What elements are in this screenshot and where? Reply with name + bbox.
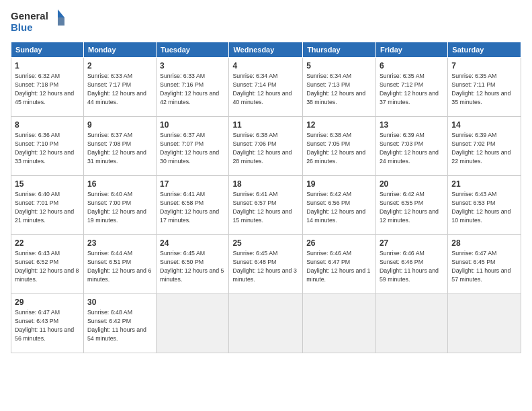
day-number: 30 <box>87 297 152 308</box>
day-number: 23 <box>87 238 152 248</box>
day-info: Sunrise: 6:46 AMSunset: 6:47 PMDaylight:… <box>306 250 370 283</box>
day-number: 1 <box>15 60 80 71</box>
calendar-cell <box>303 294 376 353</box>
calendar-cell: 27 Sunrise: 6:46 AMSunset: 6:46 PMDaylig… <box>375 235 447 294</box>
calendar-week-1: 1 Sunrise: 6:32 AMSunset: 7:18 PMDayligh… <box>11 58 521 117</box>
calendar-cell: 7 Sunrise: 6:35 AMSunset: 7:11 PMDayligh… <box>448 58 521 117</box>
day-number: 18 <box>232 179 299 189</box>
day-number: 16 <box>87 179 152 189</box>
day-info: Sunrise: 6:41 AMSunset: 6:58 PMDaylight:… <box>160 191 219 224</box>
day-info: Sunrise: 6:43 AMSunset: 6:53 PMDaylight:… <box>451 191 511 224</box>
day-header-tuesday: Tuesday <box>157 42 229 58</box>
calendar-cell: 9 Sunrise: 6:37 AMSunset: 7:08 PMDayligh… <box>83 117 156 176</box>
day-number: 27 <box>380 238 444 248</box>
day-info: Sunrise: 6:43 AMSunset: 6:52 PMDaylight:… <box>15 250 79 283</box>
page: General Blue SundayMondayTuesdayWednesda… <box>0 0 532 411</box>
day-info: Sunrise: 6:45 AMSunset: 6:50 PMDaylight:… <box>160 250 224 283</box>
day-info: Sunrise: 6:40 AMSunset: 7:01 PMDaylight:… <box>15 191 74 224</box>
calendar-cell: 25 Sunrise: 6:45 AMSunset: 6:48 PMDaylig… <box>229 235 303 294</box>
calendar-cell <box>448 294 521 353</box>
day-number: 15 <box>15 179 80 189</box>
calendar-table: SundayMondayTuesdayWednesdayThursdayFrid… <box>11 42 521 353</box>
day-number: 17 <box>160 179 225 189</box>
day-header-friday: Friday <box>375 42 447 58</box>
day-info: Sunrise: 6:46 AMSunset: 6:46 PMDaylight:… <box>380 250 439 283</box>
day-info: Sunrise: 6:33 AMSunset: 7:16 PMDaylight:… <box>160 73 219 105</box>
day-number: 12 <box>306 120 372 130</box>
day-number: 2 <box>87 60 152 71</box>
day-info: Sunrise: 6:42 AMSunset: 6:56 PMDaylight:… <box>306 191 365 224</box>
day-number: 4 <box>232 60 299 71</box>
day-header-wednesday: Wednesday <box>229 42 303 58</box>
day-info: Sunrise: 6:34 AMSunset: 7:14 PMDaylight:… <box>232 73 292 105</box>
calendar-cell: 23 Sunrise: 6:44 AMSunset: 6:51 PMDaylig… <box>83 235 156 294</box>
day-header-sunday: Sunday <box>11 42 84 58</box>
day-number: 21 <box>451 179 517 189</box>
day-number: 24 <box>160 238 225 248</box>
day-number: 10 <box>160 120 225 130</box>
day-info: Sunrise: 6:35 AMSunset: 7:11 PMDaylight:… <box>451 73 511 105</box>
calendar-cell: 17 Sunrise: 6:41 AMSunset: 6:58 PMDaylig… <box>157 176 229 235</box>
day-header-thursday: Thursday <box>303 42 376 58</box>
calendar-cell: 5 Sunrise: 6:34 AMSunset: 7:13 PMDayligh… <box>303 58 376 117</box>
calendar-cell: 30 Sunrise: 6:48 AMSunset: 6:42 PMDaylig… <box>83 294 156 353</box>
calendar-cell: 15 Sunrise: 6:40 AMSunset: 7:01 PMDaylig… <box>11 176 84 235</box>
day-number: 28 <box>451 238 517 248</box>
day-info: Sunrise: 6:45 AMSunset: 6:48 PMDaylight:… <box>232 250 296 283</box>
svg-marker-2 <box>58 9 64 17</box>
day-header-monday: Monday <box>83 42 156 58</box>
day-number: 25 <box>232 238 299 248</box>
calendar-cell: 28 Sunrise: 6:47 AMSunset: 6:45 PMDaylig… <box>448 235 521 294</box>
day-number: 13 <box>380 120 444 130</box>
day-number: 14 <box>451 120 517 130</box>
day-info: Sunrise: 6:38 AMSunset: 7:06 PMDaylight:… <box>232 132 292 165</box>
calendar-cell: 1 Sunrise: 6:32 AMSunset: 7:18 PMDayligh… <box>11 58 84 117</box>
day-info: Sunrise: 6:41 AMSunset: 6:57 PMDaylight:… <box>232 191 292 224</box>
header: General Blue <box>11 8 521 36</box>
day-info: Sunrise: 6:37 AMSunset: 7:07 PMDaylight:… <box>160 132 219 165</box>
day-info: Sunrise: 6:37 AMSunset: 7:08 PMDaylight:… <box>87 132 146 165</box>
day-info: Sunrise: 6:36 AMSunset: 7:10 PMDaylight:… <box>15 132 74 165</box>
day-info: Sunrise: 6:47 AMSunset: 6:45 PMDaylight:… <box>451 250 511 283</box>
calendar-week-4: 22 Sunrise: 6:43 AMSunset: 6:52 PMDaylig… <box>11 235 521 294</box>
calendar-week-5: 29 Sunrise: 6:47 AMSunset: 6:43 PMDaylig… <box>11 294 521 353</box>
day-header-saturday: Saturday <box>448 42 521 58</box>
day-number: 6 <box>380 60 444 71</box>
day-info: Sunrise: 6:47 AMSunset: 6:43 PMDaylight:… <box>15 309 74 342</box>
day-info: Sunrise: 6:39 AMSunset: 7:03 PMDaylight:… <box>380 132 439 165</box>
day-info: Sunrise: 6:38 AMSunset: 7:05 PMDaylight:… <box>306 132 365 165</box>
calendar-week-2: 8 Sunrise: 6:36 AMSunset: 7:10 PMDayligh… <box>11 117 521 176</box>
calendar-week-3: 15 Sunrise: 6:40 AMSunset: 7:01 PMDaylig… <box>11 176 521 235</box>
calendar-cell: 2 Sunrise: 6:33 AMSunset: 7:17 PMDayligh… <box>83 58 156 117</box>
day-info: Sunrise: 6:33 AMSunset: 7:17 PMDaylight:… <box>87 73 146 105</box>
svg-marker-3 <box>58 17 64 26</box>
day-info: Sunrise: 6:44 AMSunset: 6:51 PMDaylight:… <box>87 250 151 283</box>
calendar-cell: 11 Sunrise: 6:38 AMSunset: 7:06 PMDaylig… <box>229 117 303 176</box>
calendar-cell: 4 Sunrise: 6:34 AMSunset: 7:14 PMDayligh… <box>229 58 303 117</box>
day-number: 9 <box>87 120 152 130</box>
calendar-cell: 20 Sunrise: 6:42 AMSunset: 6:55 PMDaylig… <box>375 176 447 235</box>
calendar-cell <box>229 294 303 353</box>
day-info: Sunrise: 6:48 AMSunset: 6:42 PMDaylight:… <box>87 309 146 342</box>
day-number: 5 <box>306 60 372 71</box>
day-number: 26 <box>306 238 372 248</box>
calendar-cell: 3 Sunrise: 6:33 AMSunset: 7:16 PMDayligh… <box>157 58 229 117</box>
calendar-cell: 12 Sunrise: 6:38 AMSunset: 7:05 PMDaylig… <box>303 117 376 176</box>
svg-text:Blue: Blue <box>11 21 33 33</box>
day-info: Sunrise: 6:42 AMSunset: 6:55 PMDaylight:… <box>380 191 439 224</box>
calendar-header-row: SundayMondayTuesdayWednesdayThursdayFrid… <box>11 42 521 58</box>
day-number: 19 <box>306 179 372 189</box>
calendar-cell: 21 Sunrise: 6:43 AMSunset: 6:53 PMDaylig… <box>448 176 521 235</box>
day-number: 7 <box>451 60 517 71</box>
calendar-cell: 14 Sunrise: 6:39 AMSunset: 7:02 PMDaylig… <box>448 117 521 176</box>
day-number: 20 <box>380 179 444 189</box>
calendar-cell <box>375 294 447 353</box>
logo-svg: General Blue <box>11 8 64 36</box>
day-info: Sunrise: 6:35 AMSunset: 7:12 PMDaylight:… <box>380 73 439 105</box>
calendar-cell: 6 Sunrise: 6:35 AMSunset: 7:12 PMDayligh… <box>375 58 447 117</box>
calendar-cell <box>157 294 229 353</box>
calendar-cell: 8 Sunrise: 6:36 AMSunset: 7:10 PMDayligh… <box>11 117 84 176</box>
day-number: 3 <box>160 60 225 71</box>
day-number: 22 <box>15 238 80 248</box>
day-info: Sunrise: 6:39 AMSunset: 7:02 PMDaylight:… <box>451 132 511 165</box>
